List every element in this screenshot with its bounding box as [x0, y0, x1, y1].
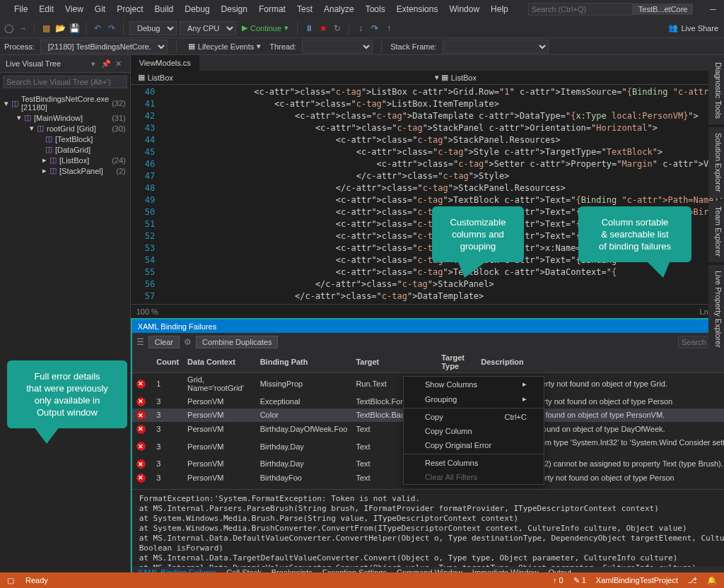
platform-select[interactable]: Any CPU [180, 21, 236, 35]
stackframe-label: Stack Frame: [390, 42, 436, 51]
step-over-icon[interactable]: ↷ [369, 23, 380, 34]
menu-item[interactable]: Grouping▸ [404, 392, 544, 406]
continue-button[interactable]: ▶ Continue ▾ [239, 22, 291, 34]
thread-select[interactable] [302, 40, 373, 54]
liveshare-button[interactable]: 👥 Live Share [665, 22, 721, 34]
column-header[interactable]: Count [152, 351, 183, 373]
menu-tools[interactable]: Tools [360, 1, 391, 17]
pause-icon[interactable]: ⏸ [303, 23, 315, 34]
column-header[interactable]: Target [351, 351, 437, 373]
tree-item[interactable]: ◫ [DataGrid] [3, 144, 127, 155]
menu-item[interactable]: Copy Column [404, 424, 544, 438]
close-icon[interactable]: ✕ [113, 58, 124, 69]
side-tab[interactable]: Diagnostic Tools [708, 57, 724, 124]
menubar: FileEditViewGitProjectBuildDebugDesignFo… [0, 0, 724, 18]
menu-build[interactable]: Build [149, 1, 180, 17]
tree-item[interactable]: ▾◫ TestBindingsNetCore.exe [21180](32) [3, 94, 127, 112]
lvt-search[interactable] [3, 76, 127, 88]
menu-debug[interactable]: Debug [179, 1, 215, 17]
nav-fwd-icon[interactable]: → [17, 23, 28, 34]
editor-tabs: ViewModels.cs MainWindow.xaml ● ✕ [131, 55, 724, 71]
open-icon[interactable]: 📂 [54, 23, 66, 34]
xbf-details: FormatException:'System.FormatException:… [132, 489, 724, 567]
menu-item[interactable]: Reset Columns [404, 456, 544, 470]
tree-item[interactable]: ◫ [TextBlock] [3, 134, 127, 144]
pin-icon[interactable]: 📌 [100, 58, 112, 69]
step-into-icon[interactable]: ↓ [355, 23, 366, 34]
xbf-title: XAML Binding Failures [138, 322, 216, 331]
redo-icon[interactable]: ↷ [106, 23, 117, 34]
restart-icon[interactable]: ↻ [332, 23, 343, 34]
new-icon[interactable]: ▦ [40, 23, 52, 34]
debug-process-bar: Process: [21180] TestBindingsNetCore.exe… [0, 38, 724, 55]
clear-button[interactable]: Clear [148, 336, 180, 348]
menu-item[interactable]: Copy Original Error [404, 438, 544, 452]
stop-icon[interactable]: ■ [317, 23, 329, 34]
menu-format[interactable]: Format [253, 1, 291, 17]
menu-git[interactable]: Git [89, 1, 111, 17]
stackframe-select[interactable] [443, 40, 549, 54]
process-select[interactable]: [21180] TestBindingsNetCore.exe [40, 40, 168, 54]
menu-extensions[interactable]: Extensions [391, 1, 444, 17]
status-project: XamlBindingTestProject [596, 576, 678, 585]
lvt-title: Live Visual Tree [6, 59, 61, 68]
menu-item: Clear All Filters [404, 470, 544, 484]
config-select[interactable]: Debug [129, 21, 177, 35]
menu-project[interactable]: Project [111, 1, 148, 17]
tree-item[interactable]: ▸◫ [ListBox](24) [3, 155, 127, 165]
menu-design[interactable]: Design [216, 1, 253, 17]
side-tab[interactable]: Live Property Explorer [708, 265, 724, 353]
pin-icon[interactable]: ▾ [88, 58, 99, 69]
status-ready: Ready [25, 576, 48, 584]
subtab-listbox-b[interactable]: ▾ ▦ ListBox [428, 71, 484, 84]
column-header[interactable]: Binding Path [256, 351, 352, 373]
minimize-button[interactable]: ─ [699, 1, 724, 17]
lifecycle-events[interactable]: ▦ Lifecycle Events ▾ [185, 40, 264, 52]
column-header[interactable] [132, 351, 153, 373]
toolbar: ◯ → ▦ 📂 💾 ↶ ↷ Debug Any CPU ▶ Continue ▾… [0, 18, 724, 38]
menu-file[interactable]: File [8, 1, 33, 17]
tree-item[interactable]: ▾◫ [MainWindow](31) [3, 112, 127, 123]
subtab-listbox-a[interactable]: ▦ ListBox [131, 71, 180, 84]
source-control-icon[interactable]: ⎇ [688, 576, 697, 585]
side-tab[interactable]: Solution Explorer [708, 127, 724, 198]
callout-error-details: Full error details that were previously … [7, 360, 127, 428]
code-editor[interactable]: 4041424344454647484950515253545556575859… [131, 85, 724, 304]
menu-window[interactable]: Window [443, 1, 485, 17]
callout-sortable: Column sortable & searchable list of bin… [578, 206, 691, 262]
quick-search[interactable] [528, 3, 633, 16]
step-out-icon[interactable]: ↑ [383, 23, 395, 34]
save-icon[interactable]: 💾 [69, 23, 80, 34]
tree-item[interactable]: ▾◫ rootGrid [Grid](30) [3, 123, 127, 134]
callout-columns: Customizable columns and grouping [432, 206, 524, 262]
menu-item[interactable]: CopyCtrl+C [404, 410, 544, 424]
tree-item[interactable]: ▸◫ [StackPanel](2) [3, 165, 127, 176]
menu-analyze[interactable]: Analyze [318, 1, 360, 17]
menu-item[interactable]: Show Columns▸ [404, 377, 544, 392]
menu-help[interactable]: Help [485, 1, 514, 17]
undo-icon[interactable]: ↶ [92, 23, 103, 34]
menu-test[interactable]: Test [291, 1, 318, 17]
context-menu[interactable]: Show Columns▸Grouping▸CopyCtrl+CCopy Col… [403, 376, 544, 485]
live-visual-tree-panel: Live Visual Tree ▾📌✕ ▾◫ TestBindingsNetC… [0, 55, 131, 580]
solution-name: TestB...etCore [633, 4, 694, 15]
menu-view[interactable]: View [59, 1, 89, 17]
menu-edit[interactable]: Edit [33, 1, 59, 17]
combine-duplicates-button[interactable]: Combine Duplicates [196, 336, 278, 348]
notifications-icon[interactable]: 🔔 [707, 576, 717, 585]
process-label: Process: [4, 42, 35, 51]
column-header[interactable]: Description [477, 351, 724, 373]
column-header[interactable]: Target Type [437, 351, 477, 373]
status-up: ↑ 0 [553, 576, 564, 585]
column-header[interactable]: Data Context [183, 351, 256, 373]
nav-back-icon[interactable]: ◯ [3, 23, 14, 34]
status-down: ✎ 1 [573, 576, 586, 585]
statusbar: ▢ Ready ↑ 0 ✎ 1 XamlBindingTestProject ⎇… [0, 572, 724, 588]
thread-label: Thread: [269, 42, 296, 51]
editor-status: 100 % Ln: 40Ch: 17SPCCRLF [131, 304, 724, 318]
tab-viewmodels[interactable]: ViewModels.cs [131, 55, 199, 71]
side-tab[interactable]: Team Explorer [708, 201, 724, 262]
